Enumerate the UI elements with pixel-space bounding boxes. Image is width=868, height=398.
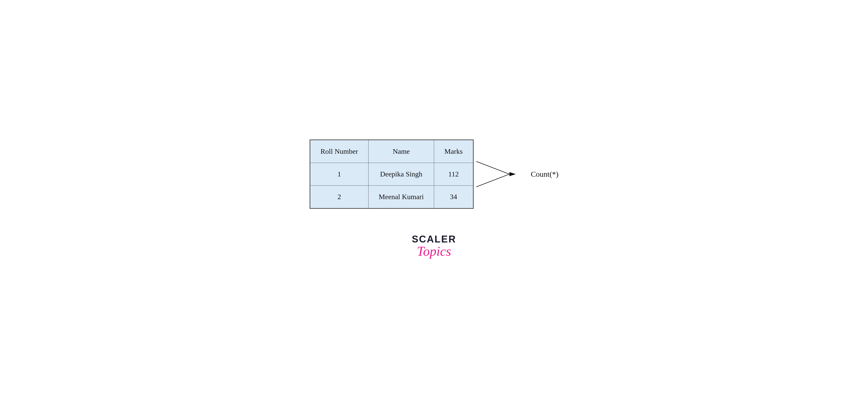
data-table: Roll Number Name Marks 1 Deepika Singh 1… (310, 140, 473, 208)
cell-name-1: Deepika Singh (368, 163, 434, 185)
annotation-area: Count(*) (474, 154, 558, 195)
brand-topics-text: Topics (417, 244, 451, 259)
cell-marks-2: 34 (434, 185, 473, 208)
table-wrapper: Roll Number Name Marks 1 Deepika Singh 1… (310, 139, 474, 209)
count-label: Count(*) (531, 170, 558, 178)
col-header-name: Name (368, 140, 434, 163)
svg-marker-2 (509, 172, 516, 176)
brand-scaler-text: SCALER (412, 234, 456, 244)
bracket-arrow-svg (474, 154, 530, 195)
branding: SCALER Topics (412, 234, 456, 259)
svg-line-1 (476, 174, 509, 187)
main-container: Roll Number Name Marks 1 Deepika Singh 1… (0, 124, 868, 274)
cell-marks-1: 112 (434, 163, 473, 185)
cell-roll-1: 1 (310, 163, 368, 185)
col-header-marks: Marks (434, 140, 473, 163)
table-row: 2 Meenal Kumari 34 (310, 185, 473, 208)
col-header-roll: Roll Number (310, 140, 368, 163)
cell-roll-2: 2 (310, 185, 368, 208)
diagram-area: Roll Number Name Marks 1 Deepika Singh 1… (310, 139, 558, 209)
table-row: 1 Deepika Singh 112 (310, 163, 473, 185)
svg-line-0 (476, 161, 509, 174)
cell-name-2: Meenal Kumari (368, 185, 434, 208)
table-header-row: Roll Number Name Marks (310, 140, 473, 163)
